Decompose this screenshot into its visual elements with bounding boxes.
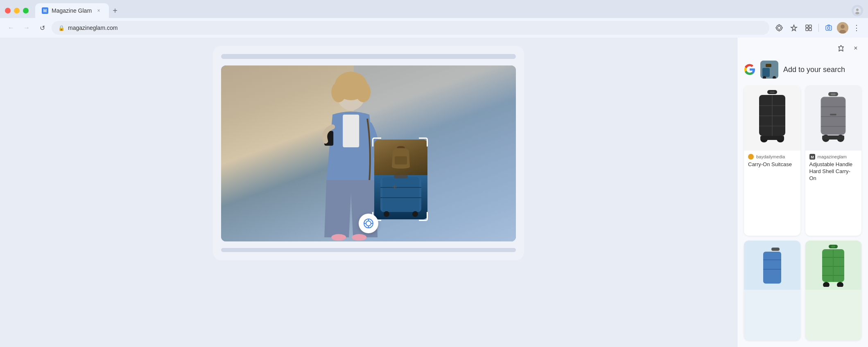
dark-suitcase-svg xyxy=(756,89,789,146)
svg-rect-22 xyxy=(343,115,359,147)
back-button[interactable]: ← xyxy=(5,22,17,34)
star-icon xyxy=(790,24,798,32)
svg-rect-70 xyxy=(763,252,781,284)
active-tab[interactable]: M Magazine Glam × xyxy=(35,3,109,18)
extensions-button[interactable] xyxy=(802,21,815,34)
tab-close-button[interactable]: × xyxy=(95,7,102,14)
forward-button[interactable]: → xyxy=(20,22,33,34)
corner-tl xyxy=(372,137,381,146)
svg-rect-12 xyxy=(809,28,811,31)
svg-rect-13 xyxy=(826,26,832,30)
svg-rect-58 xyxy=(821,97,845,135)
webpage-area: + xyxy=(0,38,737,347)
result-source-2: M magazineglam xyxy=(809,154,858,160)
camera-icon xyxy=(825,24,832,32)
main-content: + xyxy=(0,38,868,347)
svg-rect-66 xyxy=(822,135,844,140)
source-name-2: magazineglam xyxy=(818,154,847,159)
svg-point-3 xyxy=(776,25,782,31)
panel-pin-button[interactable] xyxy=(835,43,847,54)
url-text: magazineglam.com xyxy=(68,25,118,31)
avatar-image xyxy=(837,22,848,34)
profile-icon[interactable] xyxy=(852,5,863,16)
svg-point-80 xyxy=(823,282,830,287)
selection-box xyxy=(373,138,427,220)
svg-rect-74 xyxy=(831,246,835,248)
lens-search-button[interactable] xyxy=(359,214,378,233)
svg-point-4 xyxy=(778,26,781,29)
result-card-4[interactable] xyxy=(805,241,862,340)
svg-rect-10 xyxy=(809,25,811,27)
thumbnail-svg xyxy=(760,61,778,79)
reload-button[interactable]: ↺ xyxy=(36,22,48,34)
result-card-2[interactable]: M magazineglam Adjustable Handle Hard Sh… xyxy=(805,85,862,236)
webpage-bottom-bar xyxy=(221,248,516,252)
search-header-text: Add to your search xyxy=(783,65,845,74)
result-image-2 xyxy=(805,85,862,151)
result-card-1[interactable]: baydailymedia Carry-On Suitcase xyxy=(744,85,800,236)
tab-bar: M Magazine Glam × + xyxy=(0,0,868,18)
result-card-info-1: baydailymedia Carry-On Suitcase xyxy=(744,151,800,171)
panel-top-controls: × xyxy=(737,38,868,57)
svg-rect-63 xyxy=(830,114,836,115)
svg-rect-69 xyxy=(771,248,780,251)
profile-svg xyxy=(854,7,861,14)
close-icon: × xyxy=(854,45,857,52)
search-header: Add to your search xyxy=(737,57,868,85)
lock-icon: 🔒 xyxy=(58,25,65,31)
tab-favicon: M xyxy=(42,7,48,14)
result-source-1: baydailymedia xyxy=(748,154,796,160)
corner-tr xyxy=(419,137,428,146)
maximize-window-dot[interactable] xyxy=(23,8,29,14)
svg-point-14 xyxy=(827,27,830,29)
lens-nav-button[interactable] xyxy=(773,21,786,34)
svg-rect-55 xyxy=(760,136,784,140)
svg-point-21 xyxy=(356,82,371,102)
svg-point-2 xyxy=(855,12,859,14)
browser-chrome: M Magazine Glam × + ← → ↺ 🔒 magazineglam… xyxy=(0,0,868,38)
pin-icon xyxy=(838,45,844,52)
bookmark-button[interactable] xyxy=(787,21,800,34)
camera-search-button[interactable] xyxy=(822,21,835,34)
scene-background: + xyxy=(221,65,516,241)
source-name-1: baydailymedia xyxy=(756,154,785,159)
svg-rect-47 xyxy=(770,91,775,93)
svg-rect-57 xyxy=(831,93,836,95)
green-suitcase-svg xyxy=(819,244,848,287)
lens-nav-icon xyxy=(775,24,783,32)
minimize-window-dot[interactable] xyxy=(14,8,20,14)
result-image-1 xyxy=(744,85,800,151)
source-dot-1 xyxy=(748,154,754,160)
source-dot-2: M xyxy=(809,154,815,160)
main-image-container: + xyxy=(221,65,516,241)
svg-point-24 xyxy=(331,234,346,241)
result-image-4 xyxy=(805,241,862,290)
nav-right-controls: ⋮ xyxy=(773,21,863,34)
gray-suitcase-svg xyxy=(817,91,850,144)
result-card-3[interactable] xyxy=(744,241,800,340)
webpage-top-bar xyxy=(221,54,516,59)
close-window-dot[interactable] xyxy=(5,8,11,14)
corner-br xyxy=(419,212,428,221)
svg-point-16 xyxy=(841,25,845,29)
result-title-2: Adjustable Handle Hard Shell Carry-On xyxy=(809,161,858,182)
svg-point-20 xyxy=(331,82,346,102)
address-bar[interactable]: 🔒 magazineglam.com xyxy=(52,21,769,35)
lens-panel: × Add to xyxy=(737,38,868,347)
profile-avatar[interactable] xyxy=(837,22,848,34)
crosshair-cursor: + xyxy=(392,182,398,192)
new-tab-button[interactable]: + xyxy=(109,5,121,17)
svg-rect-43 xyxy=(766,64,771,67)
panel-close-button[interactable]: × xyxy=(850,43,861,54)
result-image-3 xyxy=(744,241,800,290)
nav-divider xyxy=(818,24,819,32)
nav-bar: ← → ↺ 🔒 magazineglam.com xyxy=(0,18,868,38)
lens-button-icon xyxy=(363,218,374,229)
svg-point-81 xyxy=(837,282,843,287)
svg-rect-9 xyxy=(806,25,808,27)
blue-suitcase-partial-svg xyxy=(760,247,784,284)
more-menu-button[interactable]: ⋮ xyxy=(850,21,863,34)
svg-rect-42 xyxy=(762,68,770,77)
result-card-info-2: M magazineglam Adjustable Handle Hard Sh… xyxy=(805,151,862,185)
results-grid: baydailymedia Carry-On Suitcase xyxy=(737,85,868,347)
